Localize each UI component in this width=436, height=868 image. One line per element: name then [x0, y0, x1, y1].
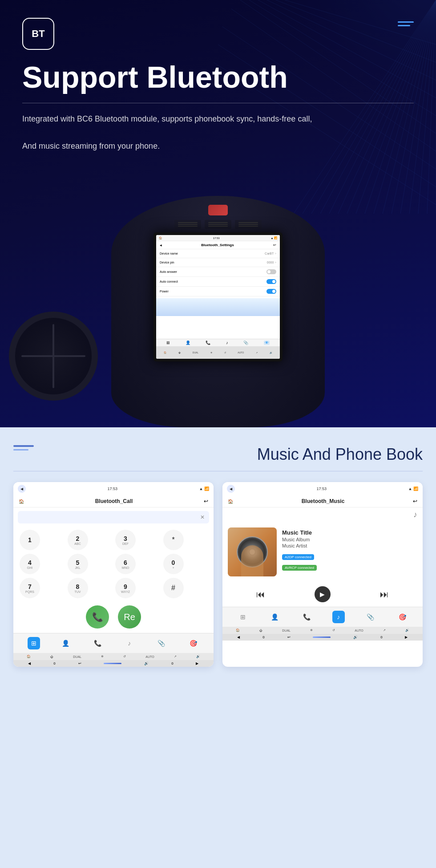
music-artist: Music Artist	[282, 543, 417, 548]
dial-2[interactable]: 2ABC	[68, 530, 88, 550]
bluetooth-icon: BT	[22, 18, 54, 50]
album-art	[228, 527, 277, 576]
music-art-area: Music Title Music Album Music Artist A2D…	[222, 522, 423, 582]
dial-hash[interactable]: #	[163, 578, 184, 598]
call-button[interactable]: 📞	[86, 605, 109, 629]
call-nav-bar: ◀ 0 ↩ 🔊 0 ▶	[13, 660, 214, 667]
music-info: Music Title Music Album Music Artist A2D…	[282, 527, 417, 572]
redial-button[interactable]: Re	[118, 605, 141, 629]
dial-1[interactable]: 1	[20, 530, 40, 550]
auto-answer-row: Auto answer	[156, 267, 280, 277]
play-button[interactable]: ▶	[315, 586, 331, 602]
dial-5[interactable]: 5JKL	[68, 554, 88, 574]
dial-9[interactable]: 9WXYZ	[115, 578, 136, 598]
music-func-bar: 🏠 ⏻ DUAL ❄ ↺ AUTO ↗ 🔊	[222, 627, 423, 634]
dial-7[interactable]: 7PQRS	[20, 578, 40, 598]
menu-icon[interactable]	[398, 21, 414, 26]
steering-wheel	[9, 312, 98, 401]
ac-vents	[174, 220, 262, 229]
dashboard-frame: 🏠 17:53 ▲ 📶 ◀ Bluetooth_Settings ↩ Devic…	[111, 196, 325, 427]
avrcp-badge: AVRCP connected	[282, 565, 317, 571]
call-topbar: ◀ 17:53 ▲ 📶	[13, 482, 214, 495]
call-bottom-bar: ⊞ 👤 📞 ♪ 📎 🎯	[13, 633, 214, 653]
call-phone-icon[interactable]: 📞	[91, 637, 104, 649]
hero-divider	[22, 103, 414, 103]
section-icon	[13, 445, 34, 450]
dual-screens: ◀ 17:53 ▲ 📶 🏠 Bluetooth_Call ↩ ✕ 1 2ABC …	[13, 482, 423, 667]
auto-connect-row: Auto connect	[156, 277, 280, 287]
hero-content: BT Support Bluetooth Integrated with BC6…	[0, 0, 436, 153]
dial-3[interactable]: 3DEF	[115, 530, 136, 550]
screen-bezel: 🏠 17:53 ▲ 📶 ◀ Bluetooth_Settings ↩ Devic…	[153, 232, 283, 361]
call-music-icon[interactable]: ♪	[123, 637, 136, 649]
call-grid-icon[interactable]: ⊞	[28, 637, 40, 649]
section-divider	[13, 471, 423, 471]
call-actions: 📞 Re	[13, 601, 214, 633]
dialpad: 1 2ABC 3DEF * 4GHI 5JKL 6MNO 0+ 7PQRS 8T…	[13, 527, 214, 601]
music-album: Music Album	[282, 537, 417, 542]
hazard-button[interactable]	[208, 205, 228, 215]
music-clip-icon[interactable]: 📎	[364, 611, 376, 623]
call-input-bar[interactable]: ✕	[18, 511, 209, 523]
dial-0[interactable]: 0+	[163, 554, 184, 574]
music-grid-icon[interactable]: ⊞	[237, 611, 249, 623]
call-screen-card: ◀ 17:53 ▲ 📶 🏠 Bluetooth_Call ↩ ✕ 1 2ABC …	[13, 482, 214, 667]
call-func-bar: 🏠 ⏻ DUAL ❄ ↺ AUTO ↗ 🔊	[13, 653, 214, 660]
music-phone-icon[interactable]: 📞	[300, 611, 313, 623]
call-contacts-icon[interactable]: 👤	[59, 637, 72, 649]
power-row: Power	[156, 287, 280, 296]
music-screen-card: ◀ 17:53 ▲ 📶 🏠 Bluetooth_Music ↩ ♪	[222, 482, 423, 667]
dial-6[interactable]: 6MNO	[115, 554, 136, 574]
bt-settings-screen: 🏠 17:53 ▲ 📶 ◀ Bluetooth_Settings ↩ Devic…	[156, 235, 280, 359]
music-nav-bar: ◀ 0 ↩ 🔊 0 ▶	[222, 634, 423, 641]
call-back-icon[interactable]: ◀	[18, 485, 26, 493]
music-note-bottom-icon[interactable]: ♪	[332, 611, 345, 623]
music-back-icon[interactable]: ◀	[227, 485, 235, 493]
music-note-icon: ♪	[413, 510, 417, 519]
music-topbar: ◀ 17:53 ▲ 📶	[222, 482, 423, 495]
music-note-area: ♪	[222, 507, 423, 522]
music-location-icon[interactable]: 🎯	[396, 611, 408, 623]
dial-star[interactable]: *	[163, 530, 184, 550]
a2dp-badge: A2DP connected	[282, 554, 314, 560]
call-clip-icon[interactable]: 📎	[155, 637, 167, 649]
music-title: Music Title	[282, 529, 417, 536]
dial-8[interactable]: 8TUV	[68, 578, 88, 598]
call-nav: 🏠 Bluetooth_Call ↩	[13, 495, 214, 507]
call-location-icon[interactable]: 🎯	[187, 637, 199, 649]
hero-description: Integrated with BC6 Bluetooth module, su…	[22, 112, 334, 153]
section-title: Music And Phone Book	[257, 445, 423, 464]
hero-section: BT Support Bluetooth Integrated with BC6…	[0, 0, 436, 427]
hero-title: Support Bluetooth	[22, 61, 414, 94]
prev-button[interactable]: ⏮	[256, 589, 265, 600]
next-button[interactable]: ⏭	[380, 589, 389, 600]
music-nav: 🏠 Bluetooth_Music ↩	[222, 495, 423, 507]
car-area: 🏠 17:53 ▲ 📶 ◀ Bluetooth_Settings ↩ Devic…	[0, 142, 436, 427]
music-bottom-bar: ⊞ 👤 📞 ♪ 📎 🎯	[222, 607, 423, 627]
section-header: Music And Phone Book	[13, 445, 423, 464]
music-controls: ⏮ ▶ ⏭	[222, 582, 423, 607]
music-contacts-icon[interactable]: 👤	[268, 611, 281, 623]
bottom-section: Music And Phone Book ◀ 17:53 ▲ 📶 🏠 Bluet…	[0, 427, 436, 868]
dial-4[interactable]: 4GHI	[20, 554, 40, 574]
